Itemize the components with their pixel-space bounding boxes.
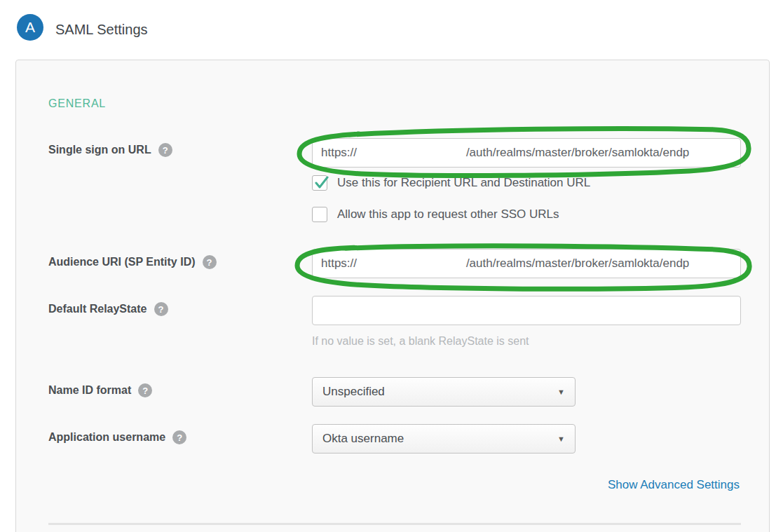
sso-help-icon[interactable]: ?: [158, 143, 172, 157]
step-badge: A: [17, 14, 43, 41]
app-username-value: Okta username: [322, 432, 404, 446]
recipient-checkbox-label: Use this for Recipient URL and Destinati…: [337, 176, 590, 190]
page-title: SAML Settings: [55, 22, 148, 38]
app-username-label-row: Application username ?: [48, 430, 186, 444]
audience-label-row: Audience URI (SP Entity ID) ?: [48, 255, 217, 269]
relay-state-label-row: Default RelayState ?: [48, 302, 168, 316]
relay-state-input[interactable]: [312, 296, 741, 325]
other-sso-checkbox[interactable]: [312, 207, 327, 222]
app-username-label: Application username: [48, 431, 165, 444]
chevron-down-icon: ▼: [557, 388, 565, 396]
relay-state-helper-text: If no value is set, a blank RelayState i…: [312, 335, 529, 348]
sso-label-row: Single sign on URL ?: [48, 143, 172, 157]
audience-label: Audience URI (SP Entity ID): [48, 256, 196, 268]
name-id-format-value: Unspecified: [322, 385, 385, 399]
name-id-format-dropdown[interactable]: Unspecified ▼: [312, 377, 576, 407]
sso-url-input[interactable]: [312, 138, 741, 168]
name-id-label-row: Name ID format ?: [48, 383, 152, 397]
section-divider: [48, 523, 741, 525]
show-advanced-settings-link[interactable]: Show Advanced Settings: [608, 478, 740, 492]
name-id-label: Name ID format: [48, 384, 131, 397]
checkmark-icon: [313, 175, 330, 191]
other-sso-checkbox-row: Allow this app to request other SSO URLs: [312, 207, 559, 222]
chevron-down-icon: ▼: [557, 435, 565, 443]
step-badge-letter: A: [25, 19, 35, 36]
app-username-help-icon[interactable]: ?: [172, 430, 186, 444]
audience-help-icon[interactable]: ?: [203, 255, 217, 269]
audience-uri-input[interactable]: [312, 249, 741, 278]
sso-label: Single sign on URL: [48, 144, 151, 156]
relay-state-label: Default RelayState: [48, 303, 147, 315]
recipient-checkbox-row: Use this for Recipient URL and Destinati…: [312, 175, 590, 191]
relay-state-help-icon[interactable]: ?: [154, 302, 168, 316]
name-id-help-icon[interactable]: ?: [138, 383, 152, 397]
other-sso-checkbox-label: Allow this app to request other SSO URLs: [337, 207, 559, 221]
section-heading-general: GENERAL: [48, 97, 106, 110]
saml-settings-panel: GENERAL Single sign on URL ? Use this fo…: [15, 60, 770, 532]
app-username-dropdown[interactable]: Okta username ▼: [312, 424, 576, 453]
recipient-checkbox[interactable]: [312, 175, 327, 191]
